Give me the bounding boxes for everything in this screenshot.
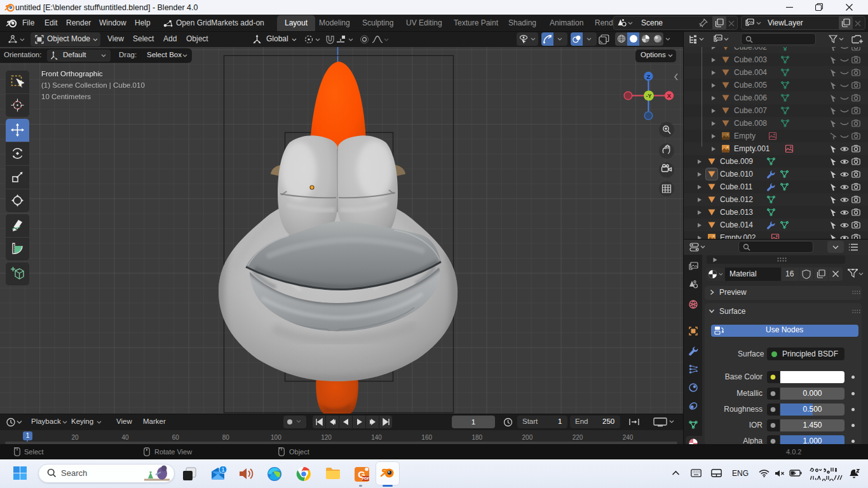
svg-text:1: 1 [221, 466, 224, 473]
svg-text:-Y: -Y [646, 93, 652, 99]
svg-text:X: X [667, 92, 672, 99]
svg-text:Z: Z [647, 73, 651, 80]
svg-text:PDF: PDF [362, 477, 370, 480]
